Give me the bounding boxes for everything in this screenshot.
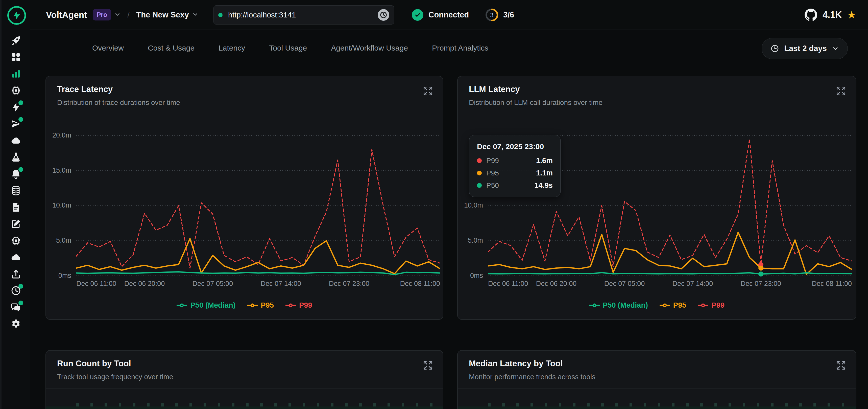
card-title: Median Latency by Tool bbox=[469, 359, 563, 368]
main-content: Overview Cost & Usage Latency Tool Usage… bbox=[30, 0, 868, 409]
tab-agent-workflow-usage[interactable]: Agent/Workflow Usage bbox=[331, 44, 408, 52]
bolt-logo-icon bbox=[12, 10, 22, 20]
legend-marker-icon bbox=[177, 303, 187, 308]
card-title: Run Count by Tool bbox=[57, 359, 131, 368]
sidebar-edit-icon[interactable] bbox=[10, 218, 22, 230]
y-axis-label: 10.0m bbox=[46, 202, 71, 209]
legend-item-p95[interactable]: P95 bbox=[659, 301, 686, 310]
sidebar-clock-icon[interactable] bbox=[10, 285, 22, 296]
legend-item-p99[interactable]: P99 bbox=[698, 301, 724, 310]
y-axis-label: 5.0m bbox=[46, 237, 71, 244]
y-axis-label: 20.0m bbox=[46, 132, 71, 139]
sidebar-bolt-icon[interactable] bbox=[10, 101, 22, 113]
x-axis-label: Dec 06 11:00 bbox=[488, 280, 528, 288]
tooltip-row: P95 1.1m bbox=[477, 169, 553, 177]
x-axis-label: Dec 07 05:00 bbox=[604, 280, 645, 288]
tooltip-series-label: P99 bbox=[486, 157, 499, 165]
sidebar-rocket-icon[interactable] bbox=[10, 35, 22, 46]
notification-dot bbox=[19, 167, 23, 172]
expand-icon[interactable] bbox=[835, 360, 847, 371]
crosshair-point-p95 bbox=[758, 265, 764, 270]
card-subtitle: Monitor performance trends across tools bbox=[469, 373, 595, 381]
tooltip-timestamp: Dec 07, 2025 23:00 bbox=[477, 142, 553, 151]
notification-dot bbox=[19, 300, 23, 305]
tab-latency[interactable]: Latency bbox=[218, 44, 245, 52]
sidebar-send-icon[interactable] bbox=[10, 118, 22, 130]
x-axis-label: Dec 07 05:00 bbox=[192, 280, 233, 288]
sidebar-flask-icon[interactable] bbox=[10, 151, 22, 163]
sidebar-database-icon[interactable] bbox=[10, 185, 22, 197]
bar-chart-base bbox=[458, 407, 856, 409]
sidebar-cloud-icon[interactable] bbox=[10, 135, 22, 146]
chart-legend: P50 (Median)P95P99 bbox=[46, 301, 443, 310]
series-p99 bbox=[76, 149, 440, 268]
tooltip-series-value: 14.9s bbox=[534, 181, 553, 189]
x-axis-label: Dec 07 14:00 bbox=[261, 280, 301, 288]
card-header: Median Latency by Tool Monitor performan… bbox=[458, 351, 856, 388]
median-latency-by-tool-card: Median Latency by Tool Monitor performan… bbox=[457, 350, 857, 409]
notification-dot bbox=[19, 284, 23, 289]
expand-icon[interactable] bbox=[422, 85, 434, 97]
card-title: LLM Latency bbox=[469, 84, 520, 94]
sidebar-icons bbox=[1, 35, 30, 330]
x-axis-label: Dec 06 11:00 bbox=[76, 280, 117, 288]
expand-icon[interactable] bbox=[422, 360, 434, 371]
chart-tooltip: Dec 07, 2025 23:00 P99 1.6m P95 1.1m P50… bbox=[469, 135, 561, 197]
x-axis-label: Dec 07 23:00 bbox=[329, 280, 370, 288]
legend-item-p50-median-[interactable]: P50 (Median) bbox=[589, 301, 648, 310]
series-p95 bbox=[76, 239, 440, 274]
sidebar-chat-icon[interactable] bbox=[10, 301, 22, 313]
chevron-down-icon bbox=[832, 45, 839, 52]
legend-marker-icon bbox=[659, 303, 670, 308]
bar-chart-clipped bbox=[76, 403, 437, 407]
x-axis-label: Dec 07 23:00 bbox=[741, 280, 781, 288]
bar-chart-clipped bbox=[488, 403, 850, 407]
sidebar-upload-icon[interactable] bbox=[10, 268, 22, 280]
llm-latency-card: LLM Latency Distribution of LLM call dur… bbox=[457, 76, 857, 320]
x-axis-label: Dec 08 11:00 bbox=[812, 280, 852, 288]
sidebar-bar-chart-icon[interactable] bbox=[10, 68, 22, 80]
legend-marker-icon bbox=[285, 303, 296, 308]
p95-dot bbox=[477, 171, 482, 175]
sidebar-document-icon[interactable] bbox=[10, 202, 22, 213]
sidebar-cpu-icon[interactable] bbox=[10, 235, 22, 246]
sidebar-cloud-2-icon[interactable] bbox=[10, 252, 22, 263]
tooltip-series-value: 1.6m bbox=[536, 156, 553, 165]
y-axis-label: 0ms bbox=[46, 272, 71, 280]
bar-chart-base bbox=[46, 407, 443, 409]
sidebar bbox=[0, 0, 30, 409]
legend-item-p50-median-[interactable]: P50 (Median) bbox=[177, 301, 236, 310]
tab-prompt-analytics[interactable]: Prompt Analytics bbox=[432, 44, 488, 52]
card-subtitle: Distribution of trace durations over tim… bbox=[57, 98, 180, 107]
run-count-by-tool-card: Run Count by Tool Track tool usage frequ… bbox=[45, 350, 443, 409]
legend-marker-icon bbox=[247, 303, 258, 308]
legend-marker-icon bbox=[589, 303, 600, 308]
expand-icon[interactable] bbox=[835, 85, 847, 97]
sidebar-chip-icon[interactable] bbox=[10, 85, 22, 96]
line-plot bbox=[76, 132, 440, 278]
card-header: LLM Latency Distribution of LLM call dur… bbox=[458, 76, 856, 114]
series-p50-median- bbox=[488, 273, 852, 274]
card-subtitle: Distribution of LLM call durations over … bbox=[469, 98, 602, 107]
tab-tool-usage[interactable]: Tool Usage bbox=[269, 44, 307, 52]
legend-item-p95[interactable]: P95 bbox=[247, 301, 274, 310]
y-axis-label: 10.0m bbox=[458, 202, 483, 209]
trace-latency-chart[interactable]: 0ms5.0m10.0m15.0m20.0mDec 06 11:00Dec 06… bbox=[46, 132, 443, 320]
tooltip-row: P99 1.6m bbox=[477, 156, 553, 165]
tooltip-series-label: P50 bbox=[486, 181, 499, 189]
trace-latency-card: Trace Latency Distribution of trace dura… bbox=[45, 76, 443, 320]
notification-dot bbox=[19, 100, 23, 105]
time-range-label: Last 2 days bbox=[784, 44, 827, 53]
p50-dot bbox=[477, 183, 482, 188]
x-axis-label: Dec 06 20:00 bbox=[124, 280, 165, 288]
legend-item-p99[interactable]: P99 bbox=[285, 301, 312, 310]
sidebar-bell-icon[interactable] bbox=[10, 168, 22, 180]
tab-cost-usage[interactable]: Cost & Usage bbox=[148, 44, 194, 52]
tab-overview[interactable]: Overview bbox=[92, 44, 124, 52]
time-range-selector[interactable]: Last 2 days bbox=[762, 38, 848, 59]
sidebar-gear-icon[interactable] bbox=[10, 318, 22, 330]
sidebar-apps-grid-icon[interactable] bbox=[10, 51, 22, 63]
voltagent-logo[interactable] bbox=[7, 6, 26, 25]
y-axis-label: 15.0m bbox=[46, 167, 71, 174]
x-axis-label: Dec 06 20:00 bbox=[536, 280, 577, 288]
